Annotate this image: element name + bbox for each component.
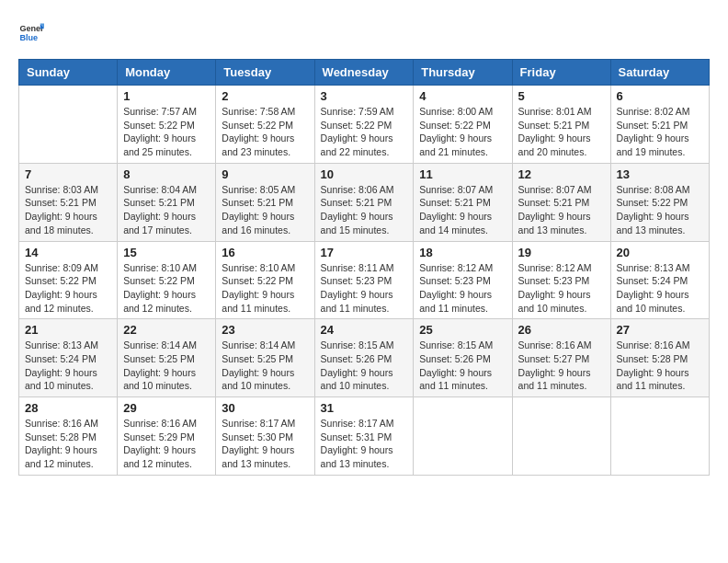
calendar-cell xyxy=(512,397,610,476)
day-number: 29 xyxy=(123,401,210,415)
day-number: 4 xyxy=(419,89,506,103)
day-number: 21 xyxy=(25,323,111,337)
calendar-body: 1Sunrise: 7:57 AMSunset: 5:22 PMDaylight… xyxy=(19,86,710,476)
calendar-cell: 20Sunrise: 8:13 AMSunset: 5:24 PMDayligh… xyxy=(610,241,709,319)
calendar-cell xyxy=(414,397,512,476)
day-info: Sunrise: 8:04 AMSunset: 5:21 PMDaylight:… xyxy=(123,183,210,237)
day-info: Sunrise: 8:17 AMSunset: 5:31 PMDaylight:… xyxy=(321,417,408,471)
calendar-week-4: 21Sunrise: 8:13 AMSunset: 5:24 PMDayligh… xyxy=(19,319,710,397)
day-number: 16 xyxy=(222,246,308,259)
calendar-cell: 27Sunrise: 8:16 AMSunset: 5:28 PMDayligh… xyxy=(610,319,709,397)
day-number: 8 xyxy=(123,167,210,181)
calendar: SundayMondayTuesdayWednesdayThursdayFrid… xyxy=(18,59,710,476)
calendar-week-1: 1Sunrise: 7:57 AMSunset: 5:22 PMDaylight… xyxy=(19,86,710,164)
day-number: 25 xyxy=(419,323,506,337)
day-info: Sunrise: 8:14 AMSunset: 5:25 PMDaylight:… xyxy=(123,339,210,393)
calendar-week-3: 14Sunrise: 8:09 AMSunset: 5:22 PMDayligh… xyxy=(19,241,710,319)
calendar-cell: 12Sunrise: 8:07 AMSunset: 5:21 PMDayligh… xyxy=(512,163,610,241)
day-info: Sunrise: 7:59 AMSunset: 5:22 PMDaylight:… xyxy=(321,105,408,159)
calendar-cell: 31Sunrise: 8:17 AMSunset: 5:31 PMDayligh… xyxy=(314,397,414,476)
day-info: Sunrise: 8:16 AMSunset: 5:28 PMDaylight:… xyxy=(25,417,111,471)
day-number: 11 xyxy=(419,167,506,181)
day-number: 26 xyxy=(518,323,605,337)
day-info: Sunrise: 8:16 AMSunset: 5:28 PMDaylight:… xyxy=(617,339,703,393)
day-info: Sunrise: 8:06 AMSunset: 5:21 PMDaylight:… xyxy=(321,183,408,237)
calendar-cell: 17Sunrise: 8:11 AMSunset: 5:23 PMDayligh… xyxy=(314,241,414,319)
day-number: 10 xyxy=(321,167,408,181)
calendar-cell: 28Sunrise: 8:16 AMSunset: 5:28 PMDayligh… xyxy=(19,397,118,476)
day-info: Sunrise: 8:12 AMSunset: 5:23 PMDaylight:… xyxy=(518,261,605,316)
calendar-cell: 6Sunrise: 8:02 AMSunset: 5:21 PMDaylight… xyxy=(610,86,709,164)
day-info: Sunrise: 8:02 AMSunset: 5:21 PMDaylight:… xyxy=(617,105,703,159)
day-number: 6 xyxy=(617,89,703,103)
day-number: 3 xyxy=(321,89,408,103)
calendar-cell: 10Sunrise: 8:06 AMSunset: 5:21 PMDayligh… xyxy=(314,163,414,241)
calendar-cell: 30Sunrise: 8:17 AMSunset: 5:30 PMDayligh… xyxy=(216,397,314,476)
calendar-cell: 9Sunrise: 8:05 AMSunset: 5:21 PMDaylight… xyxy=(216,163,314,241)
day-header-tuesday: Tuesday xyxy=(216,60,314,86)
day-info: Sunrise: 8:11 AMSunset: 5:23 PMDaylight:… xyxy=(321,261,408,316)
day-number: 22 xyxy=(123,323,210,337)
calendar-header-row: SundayMondayTuesdayWednesdayThursdayFrid… xyxy=(19,60,710,86)
day-info: Sunrise: 7:57 AMSunset: 5:22 PMDaylight:… xyxy=(123,105,210,159)
calendar-cell: 29Sunrise: 8:16 AMSunset: 5:29 PMDayligh… xyxy=(118,397,216,476)
day-info: Sunrise: 8:01 AMSunset: 5:21 PMDaylight:… xyxy=(518,105,605,159)
logo-icon: General Blue xyxy=(18,18,44,44)
calendar-cell: 23Sunrise: 8:14 AMSunset: 5:25 PMDayligh… xyxy=(216,319,314,397)
calendar-cell xyxy=(19,86,118,164)
day-header-wednesday: Wednesday xyxy=(314,60,414,86)
day-number: 18 xyxy=(419,246,506,259)
day-info: Sunrise: 8:15 AMSunset: 5:26 PMDaylight:… xyxy=(419,339,506,393)
day-info: Sunrise: 8:09 AMSunset: 5:22 PMDaylight:… xyxy=(25,261,111,316)
day-info: Sunrise: 7:58 AMSunset: 5:22 PMDaylight:… xyxy=(222,105,308,159)
day-number: 1 xyxy=(123,89,210,103)
day-number: 15 xyxy=(123,246,210,259)
day-info: Sunrise: 8:14 AMSunset: 5:25 PMDaylight:… xyxy=(222,339,308,393)
day-number: 14 xyxy=(25,246,111,259)
day-number: 9 xyxy=(222,167,308,181)
calendar-cell: 24Sunrise: 8:15 AMSunset: 5:26 PMDayligh… xyxy=(314,319,414,397)
calendar-cell: 1Sunrise: 7:57 AMSunset: 5:22 PMDaylight… xyxy=(118,86,216,164)
day-number: 28 xyxy=(25,401,111,415)
day-number: 5 xyxy=(518,89,605,103)
day-header-sunday: Sunday xyxy=(19,60,118,86)
calendar-cell: 14Sunrise: 8:09 AMSunset: 5:22 PMDayligh… xyxy=(19,241,118,319)
day-number: 31 xyxy=(321,401,408,415)
day-info: Sunrise: 8:10 AMSunset: 5:22 PMDaylight:… xyxy=(123,261,210,316)
day-info: Sunrise: 8:08 AMSunset: 5:22 PMDaylight:… xyxy=(617,183,703,237)
day-info: Sunrise: 8:17 AMSunset: 5:30 PMDaylight:… xyxy=(222,417,308,471)
logo: General Blue xyxy=(18,18,48,44)
calendar-cell: 7Sunrise: 8:03 AMSunset: 5:21 PMDaylight… xyxy=(19,163,118,241)
day-number: 23 xyxy=(222,323,308,337)
calendar-cell: 22Sunrise: 8:14 AMSunset: 5:25 PMDayligh… xyxy=(118,319,216,397)
day-header-thursday: Thursday xyxy=(414,60,512,86)
calendar-cell: 2Sunrise: 7:58 AMSunset: 5:22 PMDaylight… xyxy=(216,86,314,164)
day-info: Sunrise: 8:07 AMSunset: 5:21 PMDaylight:… xyxy=(518,183,605,237)
calendar-cell: 5Sunrise: 8:01 AMSunset: 5:21 PMDaylight… xyxy=(512,86,610,164)
day-info: Sunrise: 8:13 AMSunset: 5:24 PMDaylight:… xyxy=(25,339,111,393)
day-info: Sunrise: 8:10 AMSunset: 5:22 PMDaylight:… xyxy=(222,261,308,316)
day-header-monday: Monday xyxy=(118,60,216,86)
day-info: Sunrise: 8:15 AMSunset: 5:26 PMDaylight:… xyxy=(321,339,408,393)
day-number: 19 xyxy=(518,246,605,259)
day-number: 7 xyxy=(25,167,111,181)
calendar-cell: 11Sunrise: 8:07 AMSunset: 5:21 PMDayligh… xyxy=(414,163,512,241)
calendar-cell: 8Sunrise: 8:04 AMSunset: 5:21 PMDaylight… xyxy=(118,163,216,241)
day-info: Sunrise: 8:05 AMSunset: 5:21 PMDaylight:… xyxy=(222,183,308,237)
calendar-cell: 25Sunrise: 8:15 AMSunset: 5:26 PMDayligh… xyxy=(414,319,512,397)
calendar-week-5: 28Sunrise: 8:16 AMSunset: 5:28 PMDayligh… xyxy=(19,397,710,476)
day-header-friday: Friday xyxy=(512,60,610,86)
calendar-cell: 13Sunrise: 8:08 AMSunset: 5:22 PMDayligh… xyxy=(610,163,709,241)
calendar-cell: 16Sunrise: 8:10 AMSunset: 5:22 PMDayligh… xyxy=(216,241,314,319)
calendar-cell: 18Sunrise: 8:12 AMSunset: 5:23 PMDayligh… xyxy=(414,241,512,319)
calendar-cell: 19Sunrise: 8:12 AMSunset: 5:23 PMDayligh… xyxy=(512,241,610,319)
day-number: 13 xyxy=(617,167,703,181)
day-info: Sunrise: 8:03 AMSunset: 5:21 PMDaylight:… xyxy=(25,183,111,237)
day-number: 2 xyxy=(222,89,308,103)
calendar-week-2: 7Sunrise: 8:03 AMSunset: 5:21 PMDaylight… xyxy=(19,163,710,241)
day-number: 30 xyxy=(222,401,308,415)
day-header-saturday: Saturday xyxy=(610,60,709,86)
day-info: Sunrise: 8:16 AMSunset: 5:27 PMDaylight:… xyxy=(518,339,605,393)
svg-text:Blue: Blue xyxy=(19,33,38,42)
calendar-cell: 21Sunrise: 8:13 AMSunset: 5:24 PMDayligh… xyxy=(19,319,118,397)
